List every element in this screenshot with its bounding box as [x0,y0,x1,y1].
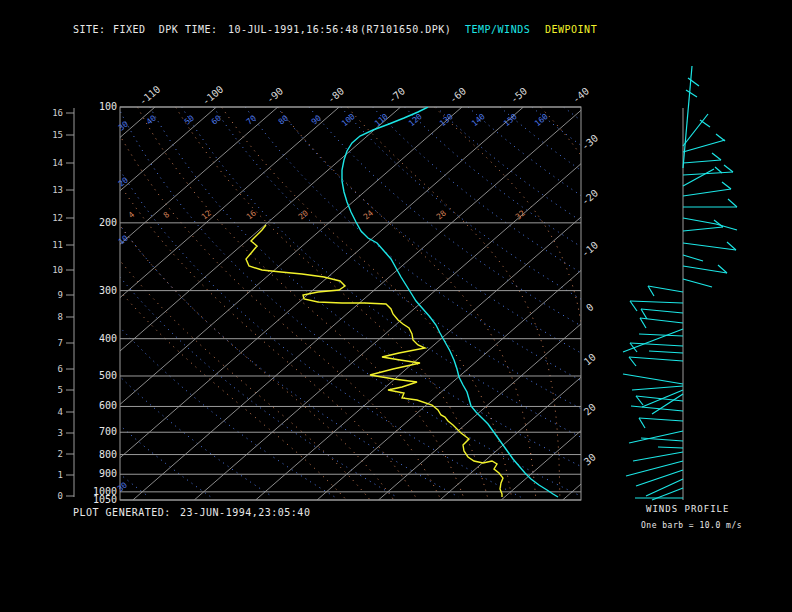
pressure-label: 900 [99,468,117,479]
dry-adiabat-label: 40 [145,113,158,126]
isotherm-top-label: -60 [447,85,468,105]
height-label: 4 [58,407,63,417]
pressure-label: 500 [99,370,117,381]
isotherm-right-label: 10 [582,351,598,367]
dry-adiabat-label: 120 [407,112,424,128]
pressure-label: 400 [99,333,117,344]
file-name: (R7101650.DPK) [360,24,451,35]
dry-adiabat-label: 60 [210,113,223,126]
dewpoint-trace [246,225,503,497]
dry-adiabat-lines [91,107,610,497]
pressure-label: 800 [99,449,117,460]
time-value: 10-JUL-1991,16:56:48 [228,24,358,35]
skewt-screen: 1002003004005006007008009001000105016151… [0,0,792,612]
height-label: 1 [58,470,63,480]
winds-barb-scale: One barb = 10.0 m/s [641,521,742,530]
isotherm-top-label: -100 [200,83,226,107]
dry-adiabat-label: 90 [310,113,323,126]
isotherm-top-label: -110 [137,83,163,107]
isotherm-right-label: -20 [579,187,600,207]
dry-adiabat-label: 110 [373,112,390,128]
moist-adiabat-label: 4 [127,210,137,220]
height-label: 0 [58,491,63,501]
dry-adiabat-label: 20 [117,175,130,188]
moist-adiabat-label: 28 [435,208,448,221]
height-label: 2 [58,449,63,459]
pressure-label: 1050 [93,494,117,505]
site-label: SITE: [73,24,106,35]
moist-adiabat-label: 24 [362,208,375,221]
moist-adiabat-label: 32 [514,208,527,221]
site-value: FIXED DPK [113,24,178,35]
pressure-label: 600 [99,400,117,411]
pressure-label: 700 [99,426,117,437]
height-label: 8 [58,312,63,322]
height-label: 9 [58,290,63,300]
moist-adiabat-label: 20 [297,208,310,221]
wind-barbs [623,66,737,500]
dry-adiabat-label: 130 [438,112,455,128]
dry-adiabat-label: 50 [183,113,196,126]
isotherm-right-label: -10 [579,239,600,259]
dry-adiabat-label: 70 [245,113,258,126]
height-label: 15 [52,130,63,140]
plot-generated-value: 23-JUN-1994,23:05:40 [180,507,310,518]
isotherm-right-label: 20 [582,401,598,417]
height-label: 16 [52,108,63,118]
temp-legend: TEMP/WINDS [465,24,530,35]
isotherm-top-label: -70 [386,85,407,105]
plot-generated-label: PLOT GENERATED: [73,507,171,518]
height-label: 14 [52,158,63,168]
isotherm-top-label: -40 [570,85,591,105]
height-label: 6 [58,364,63,374]
time-label: TIME: [185,24,218,35]
pressure-label: 100 [99,101,117,112]
dry-adiabat-label: 80 [277,113,290,126]
moist-adiabat-label: 12 [200,208,213,221]
isotherm-top-label: -50 [508,85,529,105]
winds-profile-title: WINDS PROFILE [646,504,729,514]
height-label: 5 [58,385,63,395]
dry-adiabat-label: 150 [502,112,519,128]
isotherm-lines [0,107,792,500]
dry-adiabat-label: 10 [117,233,130,246]
height-label: 13 [52,185,63,195]
dry-adiabat-label: 100 [340,112,357,128]
pressure-label: 300 [99,285,117,296]
height-label: 7 [58,338,63,348]
dewpoint-legend: DEWPOINT [545,24,597,35]
dry-adiabat-label: 140 [470,112,487,128]
height-label: 3 [58,428,63,438]
dry-adiabat-label: 160 [533,112,550,128]
isotherm-right-label: 0 [584,301,596,313]
isotherm-right-label: -30 [579,132,600,152]
isotherm-top-label: -80 [325,85,346,105]
pressure-label: 200 [99,217,117,228]
isotherm-right-label: 30 [582,451,598,467]
isotherm-top-label: -90 [264,85,285,105]
height-label: 12 [52,213,63,223]
moist-adiabat-label: 8 [162,210,172,220]
moist-adiabat-label: 16 [245,208,258,221]
height-label: 10 [52,265,63,275]
height-label: 11 [52,240,63,250]
